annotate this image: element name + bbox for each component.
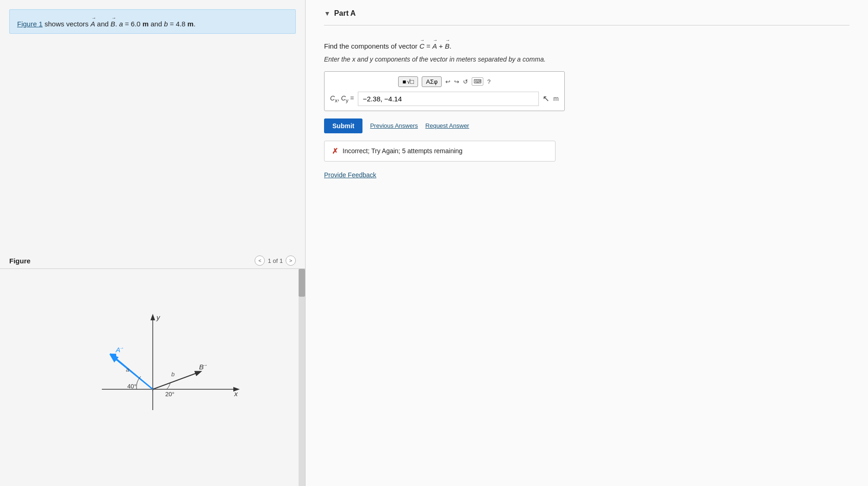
request-answer-button[interactable]: Request Answer <box>425 122 469 129</box>
redo-icon[interactable]: ↪ <box>454 78 459 85</box>
vector-diagram: y x <box>56 304 250 433</box>
undo-icon[interactable]: ↩ <box>445 78 450 85</box>
answer-box: ■ √□ ΑΣφ ↩ ↪ ↺ ⌨ ? Cx, Cy = ↖ m <box>324 71 565 111</box>
problem-text: shows vectors A→ and B→. a = 6.0 m and b… <box>44 20 195 28</box>
previous-answers-button[interactable]: Previous Answers <box>370 122 418 129</box>
part-collapse-arrow[interactable]: ▼ <box>324 10 331 17</box>
help-icon[interactable]: ? <box>487 78 490 85</box>
figure-nav: < 1 of 1 > <box>255 255 296 266</box>
svg-text:20°: 20° <box>165 391 175 398</box>
input-row: Cx, Cy = ↖ m <box>330 92 559 106</box>
toolbar-row: ■ √□ ΑΣφ ↩ ↪ ↺ ⌨ ? <box>330 76 559 87</box>
nav-counter: 1 of 1 <box>268 257 283 264</box>
symbol-button[interactable]: ΑΣφ <box>422 76 442 87</box>
question-line1: Find the components of vector C→ = A→ + … <box>324 37 849 52</box>
error-message: Incorrect; Try Again; 5 attempts remaini… <box>343 147 462 155</box>
svg-text:40°: 40° <box>127 383 137 390</box>
cursor-arrow-icon: ↖ <box>543 93 550 104</box>
figure-area: Figure < 1 of 1 > y x <box>0 34 305 486</box>
svg-text:a: a <box>126 366 129 373</box>
figure1-link[interactable]: Figure 1 <box>17 20 43 28</box>
right-panel: ▼ Part A Find the components of vector C… <box>306 0 868 486</box>
nav-next-button[interactable]: > <box>286 255 296 266</box>
matrix-button[interactable]: ■ √□ <box>398 76 418 87</box>
figure-title: Figure <box>9 257 31 265</box>
reset-icon[interactable]: ↺ <box>463 78 468 85</box>
svg-text:y: y <box>156 313 161 321</box>
error-x-icon: ✗ <box>332 147 338 156</box>
svg-text:A
          →: A → <box>115 345 124 354</box>
left-panel: Figure 1 shows vectors A→ and B→. a = 6.… <box>0 0 306 486</box>
svg-marker-1 <box>150 314 155 320</box>
svg-line-13 <box>153 372 200 389</box>
scrollbar-thumb[interactable] <box>299 269 305 297</box>
problem-statement: Figure 1 shows vectors A→ and B→. a = 6.… <box>9 9 296 34</box>
sqrt-icon: √□ <box>407 78 414 85</box>
action-row: Submit Previous Answers Request Answer <box>324 118 849 133</box>
keyboard-icon[interactable]: ⌨ <box>472 77 483 86</box>
svg-text:x: x <box>234 390 238 398</box>
input-label: Cx, Cy = <box>330 94 354 103</box>
error-box: ✗ Incorrect; Try Again; 5 attempts remai… <box>324 141 556 162</box>
scrollbar-track[interactable] <box>299 269 305 486</box>
part-label: Part A <box>334 9 356 18</box>
question-line2: Enter the x and y components of the vect… <box>324 56 849 63</box>
nav-prev-button[interactable]: < <box>255 255 265 266</box>
part-header: ▼ Part A <box>324 0 849 25</box>
unit-label: m <box>553 95 559 102</box>
matrix-icon: ■ <box>402 78 406 85</box>
submit-button[interactable]: Submit <box>324 118 362 133</box>
symbol-label: ΑΣφ <box>426 78 437 85</box>
answer-input[interactable] <box>358 92 539 106</box>
figure-header: Figure < 1 of 1 > <box>0 251 305 268</box>
svg-text:b: b <box>171 371 175 378</box>
provide-feedback-button[interactable]: Provide Feedback <box>324 171 376 179</box>
figure-scroll-area: y x <box>0 269 305 486</box>
svg-text:B
          →: B → <box>199 362 207 371</box>
